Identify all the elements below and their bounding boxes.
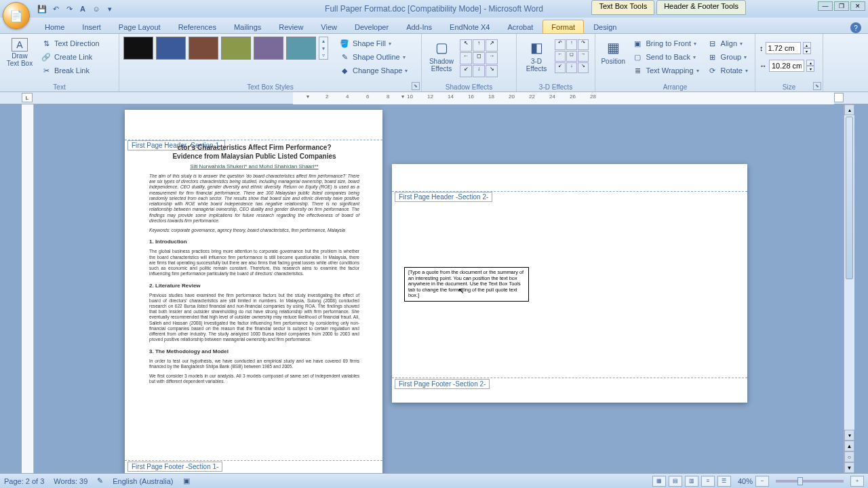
tab-format[interactable]: Format	[542, 20, 584, 33]
tilt-5[interactable]: ◻	[566, 51, 577, 62]
width-down[interactable]: ▾	[806, 66, 814, 72]
height-up[interactable]: ▴	[803, 42, 811, 48]
restore-button[interactable]: ❐	[834, 1, 849, 11]
tab-developer[interactable]: Developer	[347, 20, 397, 33]
style-swatch-5[interactable]	[254, 37, 283, 60]
qat-undo-icon[interactable]: ↶	[50, 3, 61, 14]
nudge-shadow-right[interactable]: →	[486, 52, 498, 64]
context-headerfooter-tools[interactable]: Header & Footer Tools	[656, 0, 746, 15]
style-swatch-4[interactable]	[221, 37, 251, 60]
vertical-scrollbar[interactable]: ▴ ▾ ▲ ○ ▼	[844, 104, 854, 473]
nudge-shadow-up-left[interactable]: ↖	[460, 39, 472, 52]
zoom-in-button[interactable]: +	[850, 476, 864, 487]
tab-insert[interactable]: Insert	[74, 20, 109, 33]
style-swatch-2[interactable]	[156, 37, 186, 60]
status-page[interactable]: Page: 2 of 3	[4, 477, 44, 485]
tab-design[interactable]: Design	[585, 20, 625, 33]
shape-fill-button[interactable]: 🪣Shape Fill	[336, 37, 410, 50]
scroll-up-button[interactable]: ▴	[844, 104, 854, 115]
vertical-ruler[interactable]	[22, 104, 34, 473]
tab-acrobat[interactable]: Acrobat	[499, 20, 541, 33]
pull-quote-textbox[interactable]: [Type a quote from the document or the s…	[404, 267, 529, 302]
status-words[interactable]: Words: 39	[54, 477, 87, 485]
qat-customize-icon[interactable]: ▾	[104, 3, 115, 14]
tab-review[interactable]: Review	[271, 20, 311, 33]
align-button[interactable]: ⊟Align	[705, 37, 751, 50]
page-2[interactable]: First Page Header -Section 2- First Page…	[392, 164, 747, 403]
nudge-shadow-down[interactable]: ↓	[473, 65, 485, 77]
gallery-more-button[interactable]: ▴▾▿	[319, 37, 328, 60]
tilt-6[interactable]: →	[578, 51, 589, 62]
status-macro-icon[interactable]: ▣	[183, 476, 190, 485]
style-swatch-1[interactable]	[123, 37, 153, 60]
view-print-layout[interactable]: ▦	[652, 476, 666, 487]
bring-to-front-button[interactable]: ▣Bring to Front	[629, 37, 701, 50]
height-down[interactable]: ▾	[803, 48, 811, 54]
tilt-7[interactable]: ↙	[555, 62, 566, 73]
nudge-shadow-down-right[interactable]: ↘	[486, 65, 498, 77]
style-swatch-3[interactable]	[189, 37, 218, 60]
view-draft[interactable]: ☰	[717, 476, 731, 487]
zoom-level[interactable]: 40%	[738, 477, 753, 485]
styles-launcher[interactable]: ⬊	[412, 82, 420, 90]
nudge-shadow-left[interactable]: ←	[460, 52, 472, 64]
tilt-8[interactable]: ↓	[566, 62, 577, 73]
context-textbox-tools[interactable]: Text Box Tools	[591, 0, 654, 15]
tab-addins[interactable]: Add-Ins	[398, 20, 440, 33]
nudge-shadow-up-right[interactable]: ↗	[486, 39, 498, 52]
width-up[interactable]: ▴	[806, 60, 814, 66]
change-shape-button[interactable]: ◆Change Shape	[336, 64, 410, 77]
draw-textbox-button[interactable]: A Draw Text Box	[4, 37, 35, 68]
shadow-effects-button[interactable]: ▢ Shadow Effects	[426, 37, 457, 74]
qat-font-icon[interactable]: A	[77, 3, 88, 14]
qat-save-icon[interactable]: 💾	[37, 3, 47, 14]
send-to-back-button[interactable]: ▢Send to Back	[629, 50, 701, 64]
break-link-button[interactable]: ✂Break Link	[38, 64, 102, 77]
scroll-thumb[interactable]	[846, 117, 853, 279]
close-button[interactable]: ✕	[850, 1, 865, 11]
tilt-2[interactable]: ↑	[566, 39, 577, 50]
tab-mailings[interactable]: Mailings	[226, 20, 269, 33]
position-button[interactable]: ▦ Position	[599, 37, 627, 66]
view-outline[interactable]: ≡	[701, 476, 715, 487]
tilt-9[interactable]: ↘	[578, 62, 589, 73]
horizontal-ruler[interactable]: ▾ 2 4 6 8 ▾ 10 12 14 16 18 20 22 24 26 2…	[293, 92, 834, 104]
size-launcher[interactable]: ⬊	[813, 82, 821, 90]
height-input[interactable]	[766, 42, 801, 54]
status-proof-icon[interactable]: ✎	[97, 476, 103, 485]
tab-endnote[interactable]: EndNote X4	[441, 20, 498, 33]
help-icon[interactable]: ?	[850, 22, 861, 33]
create-link-button[interactable]: 🔗Create Link	[38, 50, 102, 64]
tab-selector[interactable]: L	[22, 93, 33, 102]
3d-effects-button[interactable]: ◧ 3-D Effects	[521, 37, 552, 74]
scroll-down-button[interactable]: ▾	[844, 430, 854, 441]
shape-outline-button[interactable]: ✎Shape Outline	[336, 50, 410, 64]
zoom-slider[interactable]	[776, 480, 844, 483]
qat-emoji-icon[interactable]: ☺	[91, 3, 102, 14]
status-lang[interactable]: English (Australia)	[113, 477, 173, 485]
width-input[interactable]	[769, 60, 804, 72]
tab-view[interactable]: View	[313, 20, 345, 33]
rotate-button[interactable]: ⟳Rotate	[705, 64, 751, 77]
nudge-shadow-down-left[interactable]: ↙	[460, 65, 472, 77]
text-direction-button[interactable]: ⇅Text Direction	[38, 37, 102, 50]
zoom-out-button[interactable]: −	[755, 476, 769, 487]
tab-home[interactable]: Home	[37, 20, 73, 33]
tilt-1[interactable]: ↶	[555, 39, 566, 50]
qat-redo-icon[interactable]: ↷	[64, 3, 75, 14]
tab-references[interactable]: References	[170, 20, 224, 33]
text-wrapping-button[interactable]: ≣Text Wrapping	[629, 64, 701, 77]
view-web-layout[interactable]: ▥	[685, 476, 698, 487]
shadow-toggle[interactable]: ◻	[473, 52, 485, 64]
nudge-shadow-up[interactable]: ↑	[473, 39, 485, 52]
tilt-4[interactable]: ←	[555, 51, 566, 62]
office-button[interactable]: 📄	[3, 2, 30, 29]
view-ruler-toggle[interactable]	[834, 93, 844, 102]
next-page-button[interactable]: ▼	[844, 462, 854, 473]
styles-gallery[interactable]: ▴▾▿	[123, 37, 328, 60]
prev-page-button[interactable]: ▲	[844, 441, 854, 451]
browse-object-button[interactable]: ○	[844, 451, 854, 462]
view-full-screen[interactable]: ▤	[669, 476, 682, 487]
tab-pagelayout[interactable]: Page Layout	[111, 20, 169, 33]
minimize-button[interactable]: —	[818, 1, 833, 11]
